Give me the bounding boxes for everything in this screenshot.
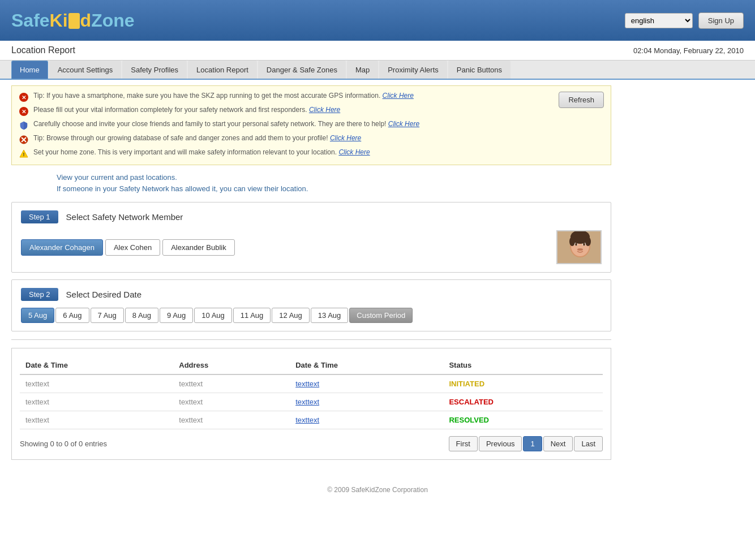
cell-datetime1-1: texttext [20, 393, 173, 411]
cell-status-1: ESCALATED [443, 393, 603, 411]
logo: SafeKidZone [11, 10, 135, 31]
table-row: texttexttexttexttexttextINITIATED [20, 374, 603, 393]
tip-item-0: ✕Tip: If you have a smartphone, make sur… [19, 92, 553, 102]
svg-point-16 [577, 248, 583, 251]
svg-text:!: ! [23, 152, 25, 157]
table-header-row: Date & Time Address Date & Time Status [20, 356, 603, 374]
member-btn-0[interactable]: Alexander Cohagen [21, 239, 103, 256]
cell-datetime2-0[interactable]: texttext [290, 374, 443, 393]
col-date-time-2: Date & Time [290, 356, 443, 374]
datetime: 02:04 Monday, February 22, 2010 [633, 46, 744, 55]
date-btn-9[interactable]: Custom Period [349, 308, 413, 323]
main-content: ✕Tip: If you have a smartphone, make sur… [0, 80, 623, 472]
nav-tab-danger-&-safe-zones[interactable]: Danger & Safe Zones [258, 61, 346, 79]
refresh-button[interactable]: Refresh [559, 92, 604, 108]
cell-status-2: RESOLVED [443, 411, 603, 429]
tip-item-4: !Set your home zone. This is very import… [19, 148, 553, 159]
col-address: Address [173, 356, 290, 374]
cell-datetime2-2[interactable]: texttext [290, 411, 443, 429]
svg-point-19 [585, 237, 591, 246]
date-btn-0[interactable]: 5 Aug [21, 308, 54, 323]
logo-zone: Zone [91, 10, 134, 31]
tip-link-1[interactable]: Click Here [309, 106, 340, 114]
tip-icon-0: ✕ [19, 92, 29, 102]
tip-text-2: Carefully choose and invite your close f… [33, 120, 419, 128]
date-btn-8[interactable]: 13 Aug [311, 308, 349, 323]
step2-badge: Step 2 [21, 288, 58, 301]
header: SafeKidZone english spanish french Sign … [0, 0, 755, 41]
cell-datetime1-0: texttext [20, 374, 173, 393]
date-btn-6[interactable]: 11 Aug [233, 308, 271, 323]
tip-link-3[interactable]: Click Here [330, 134, 361, 142]
svg-text:✕: ✕ [22, 109, 26, 115]
page-title: Location Report [11, 45, 75, 55]
tip-link-0[interactable]: Click Here [383, 92, 414, 100]
tip-link-2[interactable]: Click Here [388, 120, 419, 128]
nav-tab-location-report[interactable]: Location Report [188, 61, 257, 79]
date-btn-5[interactable]: 10 Aug [194, 308, 232, 323]
language-select[interactable]: english spanish french [625, 13, 693, 28]
tip-icon-4: ! [19, 149, 29, 159]
cell-datetime2-1[interactable]: texttext [290, 393, 443, 411]
info-text: View your current and past locations. If… [57, 172, 611, 194]
step1-title: Select Safety Network Member [66, 212, 183, 222]
tip-link-4[interactable]: Click Here [338, 148, 370, 156]
nav-tab-proximity-alerts[interactable]: Proximity Alerts [379, 61, 447, 79]
svg-point-18 [569, 237, 575, 246]
signup-button[interactable]: Sign Up [698, 12, 744, 29]
cell-status-0: INITIATED [443, 374, 603, 393]
table-row: texttexttexttexttexttextESCALATED [20, 393, 603, 411]
page-btn-first[interactable]: First [449, 436, 478, 451]
logo-kid: Ki [50, 10, 68, 31]
tip-text-0: Tip: If you have a smartphone, make sure… [33, 92, 414, 100]
member-buttons: Alexander CohagenAlex CohenAlexander Bub… [21, 239, 556, 256]
table-row: texttexttexttexttexttextRESOLVED [20, 411, 603, 429]
date-btn-3[interactable]: 8 Aug [125, 308, 158, 323]
table-link-1[interactable]: texttext [295, 398, 319, 406]
cell-address-0: texttext [173, 374, 290, 393]
pagination-row: Showing 0 to 0 of 0 entries FirstPreviou… [20, 436, 603, 451]
page-btn-1[interactable]: 1 [523, 436, 542, 451]
step2-box: Step 2 Select Desired Date 5 Aug6 Aug7 A… [11, 279, 611, 331]
tip-item-2: Carefully choose and invite your close f… [19, 120, 553, 131]
date-btn-1[interactable]: 6 Aug [55, 308, 89, 323]
date-btn-4[interactable]: 9 Aug [160, 308, 193, 323]
page-btn-last[interactable]: Last [574, 436, 603, 451]
data-table: Date & Time Address Date & Time Status t… [20, 356, 603, 429]
table-link-2[interactable]: texttext [295, 416, 319, 424]
svg-text:✕: ✕ [22, 94, 26, 101]
logo-safe: Safe [11, 10, 50, 31]
step2-title: Select Desired Date [66, 290, 141, 299]
logo-kid2: d [80, 10, 92, 31]
nav-tab-account-settings[interactable]: Account Settings [49, 61, 122, 79]
tip-text-1: Please fill out your vital information c… [33, 106, 340, 114]
nav-tab-map[interactable]: Map [347, 61, 378, 79]
avatar [556, 230, 602, 264]
nav-tab-home[interactable]: Home [11, 61, 48, 79]
nav-tab-panic-buttons[interactable]: Panic Buttons [448, 61, 511, 79]
date-btn-2[interactable]: 7 Aug [91, 308, 124, 323]
page-btn-next[interactable]: Next [543, 436, 573, 451]
tip-icon-1: ✕ [19, 106, 29, 117]
tips-list: ✕Tip: If you have a smartphone, make sur… [19, 92, 553, 159]
tips-box: ✕Tip: If you have a smartphone, make sur… [11, 85, 611, 165]
tip-text-3: Tip: Browse through our growing database… [33, 134, 361, 142]
page-btn-previous[interactable]: Previous [479, 436, 522, 451]
tip-item-3: Tip: Browse through our growing database… [19, 134, 553, 145]
cell-address-1: texttext [173, 393, 290, 411]
tip-item-1: ✕Please fill out your vital information … [19, 106, 553, 117]
member-btn-1[interactable]: Alex Cohen [105, 239, 160, 256]
footer: © 2009 SafeKidZone Corporation [0, 478, 755, 502]
table-link-0[interactable]: texttext [295, 380, 319, 388]
nav-tab-safety-profiles[interactable]: Safety Profiles [122, 61, 187, 79]
member-btn-2[interactable]: Alexander Bublik [162, 239, 235, 256]
title-bar: Location Report 02:04 Monday, February 2… [0, 41, 755, 61]
tip-icon-3 [19, 135, 29, 145]
date-btn-7[interactable]: 12 Aug [272, 308, 310, 323]
tip-icon-2 [19, 120, 29, 131]
cell-address-2: texttext [173, 411, 290, 429]
col-status: Status [443, 356, 603, 374]
step1-header: Step 1 Select Safety Network Member [21, 210, 602, 223]
nav-tabs: HomeAccount SettingsSafety ProfilesLocat… [0, 61, 755, 80]
step2-header: Step 2 Select Desired Date [21, 288, 602, 301]
